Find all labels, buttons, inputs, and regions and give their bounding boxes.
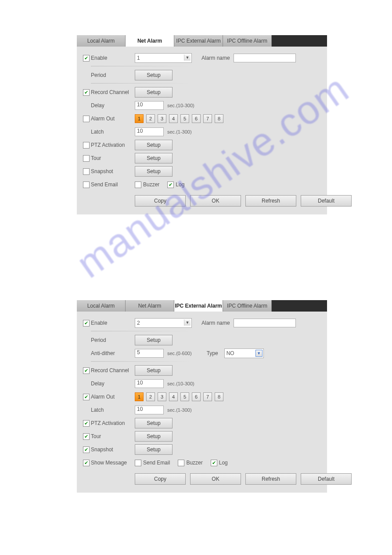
period-setup-button[interactable]: Setup	[135, 70, 173, 80]
delay-label: Delay	[91, 102, 135, 109]
chevron-down-icon: ▼	[184, 54, 191, 61]
record-channel-label: Record Channel	[91, 89, 135, 95]
alarm-out-checkbox[interactable]	[83, 394, 90, 400]
panel-ipc-external-alarm: Local Alarm Net Alarm IPC External Alarm…	[77, 300, 327, 493]
record-channel-setup-button[interactable]: Setup	[135, 87, 173, 98]
alarm-name-input[interactable]	[234, 319, 296, 327]
log-checkbox[interactable]	[167, 181, 174, 188]
default-button[interactable]: Default	[301, 195, 352, 207]
show-message-label: Show Message	[91, 460, 135, 466]
snapshot-setup-button[interactable]: Setup	[135, 444, 173, 455]
send-email-checkbox[interactable]	[83, 181, 90, 188]
tour-setup-button[interactable]: Setup	[135, 153, 173, 163]
alarm-out-8[interactable]: 8	[215, 392, 223, 401]
tab-ipc-offline-alarm[interactable]: IPC Offline Alarm	[223, 300, 272, 312]
alarm-out-7[interactable]: 7	[203, 392, 212, 401]
anti-dither-input[interactable]: 5	[135, 349, 164, 358]
log-checkbox[interactable]	[211, 460, 217, 466]
alarm-out-checkbox[interactable]	[83, 116, 90, 122]
alarm-name-label: Alarm name	[201, 320, 230, 326]
tab-net-alarm[interactable]: Net Alarm	[126, 300, 174, 312]
enable-checkbox[interactable]	[83, 320, 90, 326]
alarm-out-3[interactable]: 3	[158, 392, 166, 401]
alarm-out-6[interactable]: 6	[192, 392, 201, 401]
channel-select[interactable]: 1 ▼	[135, 53, 192, 63]
show-message-checkbox[interactable]	[83, 460, 90, 466]
alarm-out-1[interactable]: 1	[135, 114, 144, 123]
tab-local-alarm[interactable]: Local Alarm	[77, 300, 126, 312]
alarm-out-4[interactable]: 4	[169, 114, 178, 123]
alarm-out-label: Alarm Out	[91, 394, 135, 400]
alarm-out-7[interactable]: 7	[203, 114, 212, 123]
snapshot-setup-button[interactable]: Setup	[135, 166, 173, 177]
tab-ipc-external-alarm[interactable]: IPC External Alarm	[174, 300, 223, 312]
alarm-out-2[interactable]: 2	[146, 392, 155, 401]
divider	[91, 66, 192, 66]
send-email-checkbox[interactable]	[135, 460, 141, 466]
record-channel-checkbox[interactable]	[83, 89, 90, 96]
alarm-out-5[interactable]: 5	[180, 392, 189, 401]
delay-hint: sec.(10-300)	[167, 103, 194, 108]
default-button[interactable]: Default	[301, 473, 352, 485]
ptz-setup-button[interactable]: Setup	[135, 140, 173, 150]
tab-bar: Local Alarm Net Alarm IPC External Alarm…	[77, 300, 327, 312]
type-select-value: NO	[227, 350, 234, 356]
record-channel-setup-button[interactable]: Setup	[135, 365, 173, 376]
tab-net-alarm[interactable]: Net Alarm	[126, 35, 174, 47]
record-channel-label: Record Channel	[91, 367, 135, 374]
enable-label: Enable	[91, 320, 135, 326]
channel-select[interactable]: 2 ▼	[135, 318, 192, 328]
alarm-out-4[interactable]: 4	[169, 392, 178, 401]
tab-bar: Local Alarm Net Alarm IPC External Alarm…	[77, 35, 327, 47]
alarm-out-5[interactable]: 5	[180, 114, 189, 123]
alarm-out-3[interactable]: 3	[158, 114, 166, 123]
buzzer-checkbox[interactable]	[178, 460, 184, 466]
log-label: Log	[219, 460, 228, 466]
divider	[91, 83, 192, 83]
delay-input[interactable]: 10	[135, 101, 164, 110]
tour-label: Tour	[91, 155, 135, 161]
tab-ipc-offline-alarm[interactable]: IPC Offline Alarm	[223, 35, 272, 47]
type-select[interactable]: NO ▼	[224, 348, 264, 358]
alarm-name-input[interactable]	[234, 54, 296, 62]
ptz-checkbox[interactable]	[83, 420, 90, 427]
ok-button[interactable]: OK	[190, 195, 241, 207]
chevron-down-icon: ▼	[255, 350, 263, 357]
latch-label: Latch	[91, 129, 135, 135]
ptz-setup-button[interactable]: Setup	[135, 418, 173, 428]
latch-input[interactable]: 10	[135, 127, 164, 136]
send-email-label: Send Email	[91, 181, 135, 188]
tour-checkbox[interactable]	[83, 433, 90, 440]
tab-local-alarm[interactable]: Local Alarm	[77, 35, 126, 47]
alarm-out-8[interactable]: 8	[215, 114, 223, 123]
refresh-button[interactable]: Refresh	[245, 195, 296, 207]
tour-label: Tour	[91, 433, 135, 439]
alarm-out-2[interactable]: 2	[146, 114, 155, 123]
tour-setup-button[interactable]: Setup	[135, 431, 173, 442]
ptz-label: PTZ Activation	[91, 420, 135, 426]
tour-checkbox[interactable]	[83, 155, 90, 162]
snapshot-checkbox[interactable]	[83, 168, 90, 175]
latch-label: Latch	[91, 407, 135, 413]
alarm-out-label: Alarm Out	[91, 116, 135, 122]
buzzer-checkbox[interactable]	[135, 181, 141, 188]
alarm-out-1[interactable]: 1	[135, 392, 144, 401]
ok-button[interactable]: OK	[190, 473, 241, 485]
delay-input[interactable]: 10	[135, 379, 164, 388]
latch-input[interactable]: 10	[135, 406, 164, 414]
alarm-out-6[interactable]: 6	[192, 114, 201, 123]
period-label: Period	[91, 72, 135, 78]
delay-label: Delay	[91, 381, 135, 387]
latch-hint: sec.(1-300)	[167, 407, 192, 413]
period-setup-button[interactable]: Setup	[135, 335, 173, 345]
snapshot-checkbox[interactable]	[83, 446, 90, 453]
ptz-checkbox[interactable]	[83, 142, 90, 149]
copy-button[interactable]: Copy	[135, 473, 186, 485]
enable-checkbox[interactable]	[83, 55, 90, 62]
period-label: Period	[91, 337, 135, 343]
refresh-button[interactable]: Refresh	[245, 473, 296, 485]
channel-select-value: 1	[137, 55, 140, 61]
tab-ipc-external-alarm[interactable]: IPC External Alarm	[174, 35, 223, 47]
record-channel-checkbox[interactable]	[83, 367, 90, 374]
copy-button[interactable]: Copy	[135, 195, 186, 207]
